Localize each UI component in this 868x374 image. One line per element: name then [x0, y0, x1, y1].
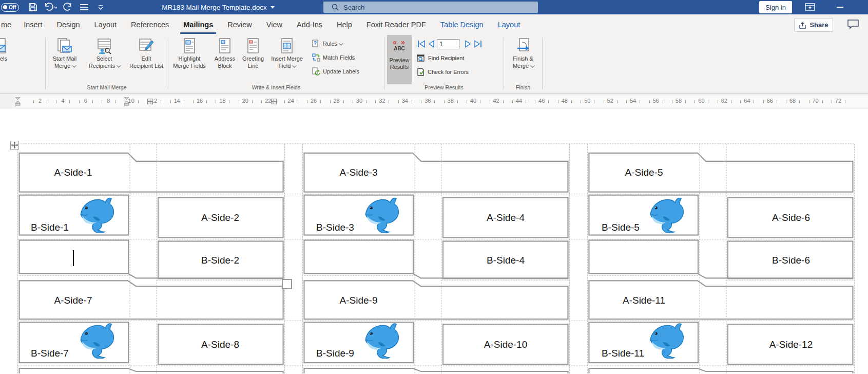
tab-layout[interactable]: Layout — [87, 14, 124, 35]
ruler-tick — [718, 100, 718, 103]
doc-cell-b-side-7[interactable]: B-Side-7 — [31, 344, 98, 359]
doc-cell-b-side-5[interactable]: B-Side-5 — [602, 218, 668, 233]
doc-cell-a-side-8[interactable]: A-Side-8 — [158, 325, 283, 365]
document-title[interactable]: MR183 Mail Merge Template.docx — [154, 0, 282, 14]
group-label-preview-results: Preview Results — [384, 84, 504, 93]
doc-cell-a-side-12[interactable]: A-Side-12 — [728, 325, 854, 365]
doc-cell-b-side-9[interactable]: B-Side-9 — [316, 344, 383, 359]
tab-insert[interactable]: Insert — [16, 14, 49, 35]
greeting-line-button[interactable]: Greeting Line — [239, 35, 267, 82]
comments-icon[interactable] — [847, 19, 859, 31]
doc-cell-b-side-11[interactable]: B-Side-11 — [602, 344, 668, 359]
previous-record-button[interactable] — [428, 40, 435, 48]
ruler-number: 54 — [627, 98, 639, 104]
title-dropdown-caret-icon — [271, 6, 275, 9]
ruler-number: 16 — [194, 98, 206, 104]
select-recipients-button[interactable]: Select Recipients — [84, 35, 125, 82]
rules-button[interactable]: ? Rules — [310, 38, 361, 49]
doc-cell-a-side-10[interactable]: A-Side-10 — [443, 325, 568, 365]
ruler-tick — [375, 100, 376, 103]
edit-recipient-list-button[interactable]: Edit Recipient List — [125, 35, 168, 82]
first-record-button[interactable] — [417, 40, 426, 48]
tab-foxit-reader-pdf[interactable]: Foxit Reader PDF — [359, 14, 433, 35]
check-for-errors-button[interactable]: Check for Errors — [415, 66, 485, 78]
sign-in-button[interactable]: Sign in — [759, 1, 792, 13]
finish-and-merge-button[interactable]: Finish & Merge — [505, 35, 541, 82]
ruler-tick — [56, 100, 56, 103]
labels-button-partial[interactable]: els — [0, 35, 13, 82]
tab-mailings[interactable]: Mailings — [176, 14, 220, 35]
redo-button[interactable] — [61, 1, 74, 13]
search-input[interactable]: Search — [323, 2, 538, 13]
doc-cell-a-side-9[interactable]: A-Side-9 — [304, 281, 413, 320]
doc-cell-b-side-3[interactable]: B-Side-3 — [316, 218, 383, 233]
customize-qat-chevron-icon[interactable] — [94, 1, 107, 13]
undo-button[interactable] — [44, 1, 57, 13]
ruler-tick — [444, 100, 445, 103]
ruler-tick — [261, 100, 262, 103]
record-number-input[interactable] — [437, 39, 459, 49]
ruler-tick — [480, 100, 480, 103]
ruler-number: 70 — [809, 98, 822, 104]
tab-table-design[interactable]: Table Design — [433, 14, 491, 35]
doc-cell-a-side-6[interactable]: A-Side-6 — [728, 198, 854, 238]
ruler-number: 62 — [718, 98, 730, 104]
tab-layout[interactable]: Layout — [491, 14, 528, 35]
ruler-number: 46 — [535, 98, 548, 104]
table-column-marker-icon[interactable] — [147, 99, 153, 104]
doc-cell-a-side-7[interactable]: A-Side-7 — [18, 281, 128, 320]
ruler-tick — [79, 100, 80, 103]
last-record-button[interactable] — [474, 40, 483, 48]
ruler-tick — [69, 100, 70, 103]
group-separator — [542, 38, 543, 89]
tab-references[interactable]: References — [124, 14, 176, 35]
indent-marker-icon[interactable] — [124, 97, 129, 106]
ruler-tick — [535, 100, 535, 103]
tab-design[interactable]: Design — [49, 14, 87, 35]
horizontal-ruler: 2468101214161820222426283032343638404244… — [0, 93, 868, 109]
tab-review[interactable]: Review — [220, 14, 259, 35]
table-move-handle[interactable] — [10, 141, 19, 152]
highlight-merge-fields-button[interactable]: Highlight Merge Fields — [168, 35, 210, 82]
doc-cell-b-side-2[interactable]: B-Side-2 — [158, 241, 283, 279]
insert-merge-field-button[interactable]: Insert Merge Field — [267, 35, 307, 82]
tab-add-ins[interactable]: Add-Ins — [290, 14, 330, 35]
ruler-tick — [161, 100, 161, 103]
doc-cell-a-side-3[interactable]: A-Side-3 — [304, 153, 413, 192]
table-column-marker-icon[interactable] — [271, 99, 277, 104]
tab-view[interactable]: View — [259, 14, 290, 35]
ruler-tick — [626, 100, 627, 103]
address-block-button[interactable]: Address Block — [210, 35, 239, 82]
minimize-button[interactable] — [837, 7, 843, 8]
start-mail-merge-button[interactable]: Start Mail Merge — [46, 35, 84, 82]
ruler-tick — [389, 100, 389, 103]
next-record-button[interactable] — [465, 40, 472, 48]
doc-cell-a-side-1[interactable]: A-Side-1 — [18, 153, 128, 192]
preview-results-toggle[interactable]: « » ABC Preview Results — [387, 35, 412, 84]
ruler-tick — [731, 100, 731, 103]
ruler-tick — [663, 100, 663, 103]
share-button[interactable]: Share — [794, 18, 833, 32]
match-fields-button[interactable]: Match Fields — [310, 51, 361, 63]
ruler-tick — [786, 100, 786, 103]
ruler-tick — [822, 100, 823, 103]
ribbon-display-options-icon[interactable] — [805, 3, 815, 14]
document-canvas[interactable]: A-Side-1B-Side-1A-Side-2B-Side-2A-Side-7… — [0, 109, 868, 373]
doc-cell-b-side-6[interactable]: B-Side-6 — [728, 241, 854, 279]
doc-cell-b-side-4[interactable]: B-Side-4 — [443, 241, 568, 279]
tab-me[interactable]: me — [0, 14, 16, 35]
update-labels-button[interactable]: Update Labels — [310, 65, 361, 77]
indent-marker-icon[interactable] — [15, 97, 21, 106]
menu-lines-icon[interactable] — [78, 1, 91, 13]
save-icon[interactable] — [26, 1, 40, 13]
tab-help[interactable]: Help — [330, 14, 359, 35]
table-resize-handle[interactable] — [282, 279, 292, 289]
doc-cell-a-side-2[interactable]: A-Side-2 — [158, 198, 283, 238]
doc-cell-a-side-11[interactable]: A-Side-11 — [589, 281, 699, 320]
dropdown-caret-icon — [293, 63, 297, 67]
doc-cell-b-side-1[interactable]: B-Side-1 — [31, 218, 98, 233]
autosave-toggle[interactable]: Off — [1, 3, 19, 12]
doc-cell-a-side-4[interactable]: A-Side-4 — [443, 198, 568, 238]
find-recipient-button[interactable]: Find Recipient — [415, 52, 485, 64]
doc-cell-a-side-5[interactable]: A-Side-5 — [589, 153, 699, 192]
